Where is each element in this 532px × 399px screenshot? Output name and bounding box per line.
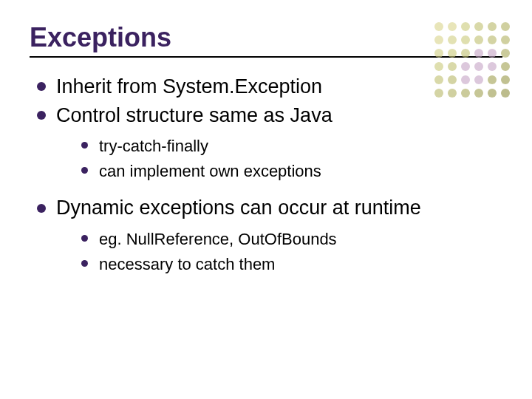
bullet-item: Control structure same as Java try-catch… (34, 103, 502, 183)
decor-dot (501, 22, 510, 31)
title-rule (30, 56, 502, 58)
decor-dot (474, 62, 483, 71)
decor-dot (488, 49, 497, 58)
bullet-text: Control structure same as Java (56, 104, 332, 126)
decor-dot (501, 35, 510, 44)
decor-dot (461, 22, 470, 31)
sub-bullet-list: try-catch-finally can implement own exce… (56, 135, 502, 182)
decor-dot (488, 35, 497, 44)
decor-dot (501, 49, 510, 58)
sub-bullet-item: try-catch-finally (80, 135, 502, 157)
bullet-item: Inherit from System.Exception (34, 74, 502, 100)
decor-dot (461, 49, 470, 58)
decor-dot (434, 62, 443, 71)
decor-dot (448, 62, 457, 71)
decor-dot (501, 62, 510, 71)
decor-dot (474, 35, 483, 44)
bullet-text: Dynamic exceptions can occur at runtime (56, 197, 421, 219)
decor-dot (448, 35, 457, 44)
sub-bullet-text: can implement own exceptions (99, 162, 321, 180)
sub-bullet-text: necessary to catch them (99, 255, 275, 273)
bullet-list: Inherit from System.Exception Control st… (30, 74, 502, 275)
decor-dot (474, 49, 483, 58)
decor-dot (461, 62, 470, 71)
decor-dot (488, 22, 497, 31)
decor-dot (474, 22, 483, 31)
decor-dot (434, 22, 443, 31)
decor-dot (448, 49, 457, 58)
sub-bullet-item: necessary to catch them (80, 253, 502, 276)
bullet-item: Dynamic exceptions can occur at runtime … (34, 195, 502, 275)
decor-dot (488, 62, 497, 71)
bullet-text: Inherit from System.Exception (56, 75, 322, 98)
decor-dot (434, 49, 443, 58)
sub-bullet-text: eg. NullReference, OutOfBounds (99, 230, 337, 248)
sub-bullet-item: eg. NullReference, OutOfBounds (80, 228, 502, 250)
decor-dot (448, 22, 457, 31)
sub-bullet-text: try-catch-finally (99, 137, 208, 155)
slide-title: Exceptions (30, 22, 502, 53)
decor-dot (461, 35, 470, 44)
decor-dot (434, 35, 443, 44)
sub-bullet-list: eg. NullReference, OutOfBounds necessary… (56, 228, 502, 275)
slide: Exceptions Inherit from System.Exception… (0, 0, 532, 399)
sub-bullet-item: can implement own exceptions (80, 160, 502, 183)
